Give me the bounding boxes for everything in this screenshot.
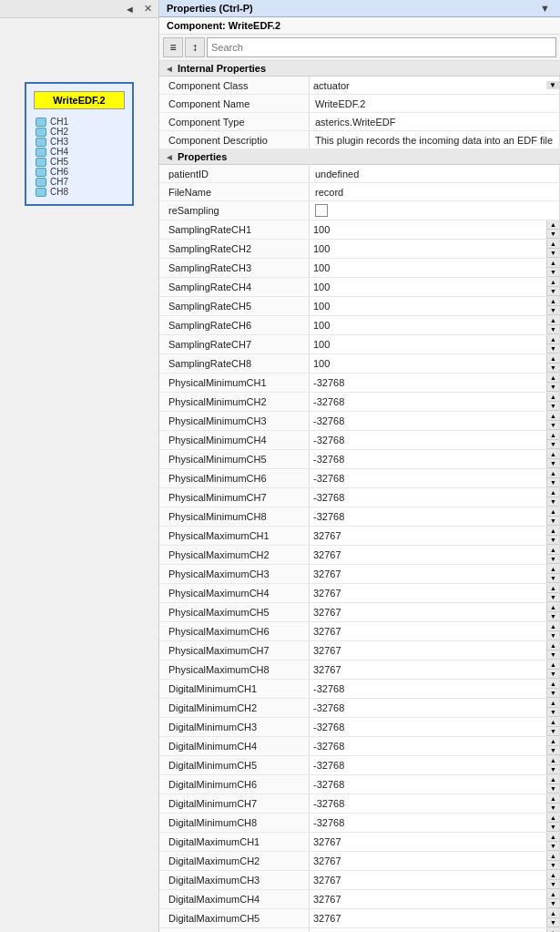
properties-collapse-btn[interactable]: ▼ xyxy=(537,3,553,14)
close-left-button[interactable]: ✕ xyxy=(141,2,155,15)
spinner-up[interactable]: ▲ xyxy=(547,794,559,804)
spinner-down[interactable]: ▼ xyxy=(547,593,559,602)
spinner-up[interactable]: ▲ xyxy=(547,335,559,344)
toolbar-icon-1[interactable]: ≡ xyxy=(163,37,183,57)
spinner-down[interactable]: ▼ xyxy=(547,612,559,621)
spinner-down[interactable]: ▼ xyxy=(547,497,559,507)
spinner-up[interactable]: ▲ xyxy=(547,450,559,459)
spinner-down[interactable]: ▼ xyxy=(547,823,559,832)
spinner[interactable]: ▲ ▼ xyxy=(546,220,559,239)
section-header-internal[interactable]: ◄Internal Properties xyxy=(159,61,560,77)
spinner-up[interactable]: ▲ xyxy=(547,833,559,842)
spinner-down[interactable]: ▼ xyxy=(547,899,559,908)
spinner[interactable]: ▲ ▼ xyxy=(546,814,559,832)
spinner-down[interactable]: ▼ xyxy=(547,670,559,679)
spinner-up[interactable]: ▲ xyxy=(547,374,559,383)
spinner[interactable]: ▲ ▼ xyxy=(546,718,559,736)
spinner[interactable]: ▲ ▼ xyxy=(546,278,559,296)
spinner[interactable]: ▲ ▼ xyxy=(546,833,559,851)
section-header-properties[interactable]: ◄Properties xyxy=(159,149,560,165)
spinner-down[interactable]: ▼ xyxy=(547,268,559,277)
spinner-up[interactable]: ▲ xyxy=(547,488,559,497)
spinner-down[interactable]: ▼ xyxy=(547,230,559,239)
spinner-up[interactable]: ▲ xyxy=(547,603,559,612)
spinner-up[interactable]: ▲ xyxy=(547,507,559,517)
checkbox[interactable] xyxy=(315,204,328,217)
spinner[interactable]: ▲ ▼ xyxy=(546,756,559,774)
spinner[interactable]: ▲ ▼ xyxy=(546,794,559,813)
spinner[interactable]: ▲ ▼ xyxy=(546,393,559,411)
spinner-up[interactable]: ▲ xyxy=(547,259,559,268)
collapse-button[interactable]: ◄ xyxy=(122,3,137,15)
spinner-up[interactable]: ▲ xyxy=(547,297,559,306)
spinner[interactable]: ▲ ▼ xyxy=(546,450,559,468)
spinner-down[interactable]: ▼ xyxy=(547,708,559,717)
spinner-down[interactable]: ▼ xyxy=(547,402,559,411)
spinner[interactable]: ▲ ▼ xyxy=(546,699,559,717)
spinner-down[interactable]: ▼ xyxy=(547,631,559,640)
toolbar-icon-2[interactable]: ↕ xyxy=(185,37,205,57)
spinner[interactable]: ▲ ▼ xyxy=(546,335,559,353)
spinner-down[interactable]: ▼ xyxy=(547,421,559,430)
spinner[interactable]: ▲ ▼ xyxy=(546,469,559,487)
spinner-down[interactable]: ▼ xyxy=(547,249,559,258)
spinner-up[interactable]: ▲ xyxy=(547,622,559,631)
spinner[interactable]: ▲ ▼ xyxy=(546,909,559,927)
spinner[interactable]: ▲ ▼ xyxy=(546,775,559,794)
spinner[interactable]: ▲ ▼ xyxy=(546,354,559,373)
spinner-down[interactable]: ▼ xyxy=(547,306,559,315)
spinner-up[interactable]: ▲ xyxy=(547,354,559,364)
spinner-up[interactable]: ▲ xyxy=(547,641,559,650)
spinner-down[interactable]: ▼ xyxy=(547,536,559,545)
spinner-up[interactable]: ▲ xyxy=(547,584,559,593)
spinner-up[interactable]: ▲ xyxy=(547,775,559,784)
spinner-up[interactable]: ▲ xyxy=(547,909,559,918)
spinner-up[interactable]: ▲ xyxy=(547,469,559,478)
spinner-down[interactable]: ▼ xyxy=(547,344,559,353)
spinner[interactable]: ▲ ▼ xyxy=(546,507,559,526)
spinner[interactable]: ▲ ▼ xyxy=(546,622,559,640)
spinner[interactable]: ▲ ▼ xyxy=(546,316,559,334)
spinner-down[interactable]: ▼ xyxy=(547,765,559,774)
spinner-up[interactable]: ▲ xyxy=(547,278,559,287)
spinner[interactable]: ▲ ▼ xyxy=(546,680,559,698)
spinner-up[interactable]: ▲ xyxy=(547,220,559,230)
spinner[interactable]: ▲ ▼ xyxy=(546,737,559,755)
spinner[interactable]: ▲ ▼ xyxy=(546,890,559,908)
spinner-up[interactable]: ▲ xyxy=(547,737,559,746)
spinner-down[interactable]: ▼ xyxy=(547,804,559,813)
spinner-down[interactable]: ▼ xyxy=(547,861,559,870)
spinner-up[interactable]: ▲ xyxy=(547,240,559,249)
spinner[interactable]: ▲ ▼ xyxy=(546,297,559,315)
spinner-down[interactable]: ▼ xyxy=(547,574,559,583)
spinner-down[interactable]: ▼ xyxy=(547,459,559,468)
spinner-down[interactable]: ▼ xyxy=(547,842,559,851)
spinner-down[interactable]: ▼ xyxy=(547,440,559,449)
spinner[interactable]: ▲ ▼ xyxy=(546,431,559,449)
spinner-down[interactable]: ▼ xyxy=(547,517,559,526)
spinner-down[interactable]: ▼ xyxy=(547,383,559,392)
spinner[interactable]: ▲ ▼ xyxy=(546,871,559,889)
spinner-up[interactable]: ▲ xyxy=(547,699,559,708)
spinner-down[interactable]: ▼ xyxy=(547,918,559,927)
spinner[interactable]: ▲ ▼ xyxy=(546,584,559,602)
spinner-down[interactable]: ▼ xyxy=(547,364,559,373)
spinner-down[interactable]: ▼ xyxy=(547,650,559,660)
spinner-up[interactable]: ▲ xyxy=(547,431,559,440)
spinner[interactable]: ▲ ▼ xyxy=(546,527,559,545)
spinner-up[interactable]: ▲ xyxy=(547,928,559,932)
spinner-up[interactable]: ▲ xyxy=(547,661,559,670)
spinner-up[interactable]: ▲ xyxy=(547,316,559,325)
spinner-down[interactable]: ▼ xyxy=(547,689,559,698)
spinner-up[interactable]: ▲ xyxy=(547,546,559,555)
spinner-up[interactable]: ▲ xyxy=(547,756,559,765)
spinner-up[interactable]: ▲ xyxy=(547,680,559,689)
spinner[interactable]: ▲ ▼ xyxy=(546,259,559,277)
spinner-up[interactable]: ▲ xyxy=(547,393,559,402)
search-input[interactable] xyxy=(207,37,556,57)
spinner-up[interactable]: ▲ xyxy=(547,890,559,899)
spinner-down[interactable]: ▼ xyxy=(547,746,559,755)
spinner[interactable]: ▲ ▼ xyxy=(546,565,559,583)
spinner[interactable]: ▲ ▼ xyxy=(546,641,559,660)
spinner-down[interactable]: ▼ xyxy=(547,325,559,334)
